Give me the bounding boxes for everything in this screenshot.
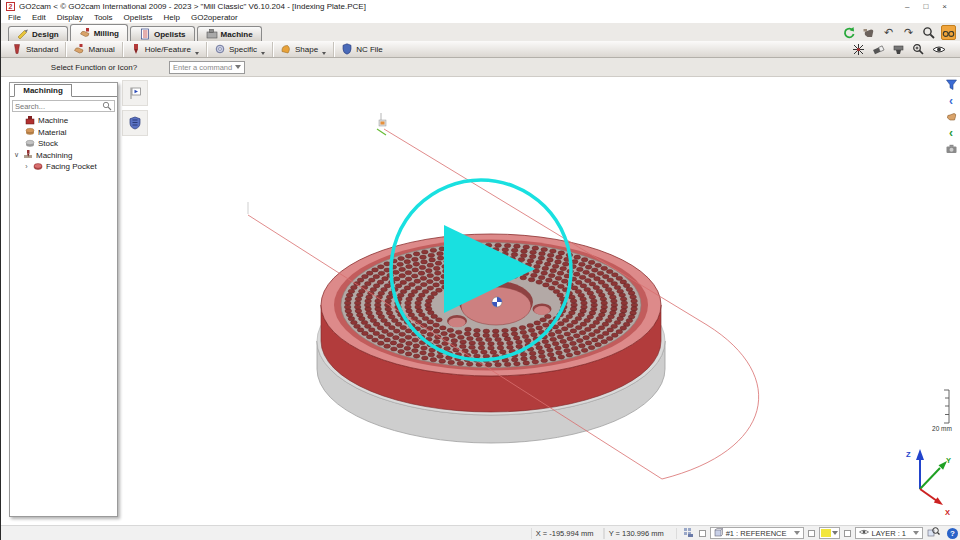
filter-funnel-icon[interactable] (943, 77, 959, 92)
zoom-layers-icon[interactable] (927, 526, 940, 540)
axis-triad: Z Y X (906, 449, 951, 517)
tree-item-material[interactable]: Material (10, 127, 117, 139)
menu-item-file[interactable]: File (8, 13, 21, 22)
eye-icon (859, 528, 869, 538)
tree-item-facing-pocket[interactable]: › Facing Pocket (10, 161, 117, 173)
manual-hand-icon (73, 43, 85, 55)
right-icon-strip: ‹ ‹ (943, 77, 959, 156)
axis-y-label: Y (946, 456, 951, 465)
brush-icon[interactable] (891, 42, 906, 57)
tab-machine[interactable]: Machine (197, 26, 262, 41)
reference-checkbox[interactable] (699, 530, 706, 537)
tab-opelists[interactable]: Opelists (130, 26, 195, 41)
menu-item-display[interactable]: Display (57, 13, 83, 22)
ribbon-hole-feature-button[interactable]: Hole/Feature (123, 42, 207, 57)
scale-ruler: 20 mm (932, 390, 952, 432)
tree-pocket-icon (33, 161, 43, 173)
go2cam-window: 2 GO2cam < © GO2cam International 2009 -… (0, 0, 960, 540)
glasses-icon[interactable] (941, 25, 956, 40)
menu-item-tools[interactable]: Tools (94, 13, 113, 22)
grab-hand-icon[interactable] (861, 25, 876, 40)
tree-stock-icon (25, 138, 35, 150)
expander-open-icon[interactable]: ∨ (13, 151, 20, 159)
axis-x-label: X (945, 508, 950, 517)
search-input[interactable] (15, 102, 95, 111)
list-icon (139, 28, 151, 40)
tree-machine-icon (25, 115, 35, 127)
deburr-icon[interactable] (851, 42, 866, 57)
layer-checkbox[interactable] (844, 530, 851, 537)
eraser-icon[interactable] (871, 42, 886, 57)
statusbar: X = -195.994 mm Y = 130.996 mm #1 : REFE… (1, 525, 960, 540)
machine-icon (206, 28, 218, 40)
ribbon-standard-button[interactable]: Standard (4, 42, 66, 57)
tree-item-machining[interactable]: ∨ Machining (10, 150, 117, 162)
menu-item-opelists[interactable]: Opelists (124, 13, 153, 22)
command-dropdown[interactable]: Enter a command (169, 61, 245, 74)
tree-item-stock[interactable]: Stock (10, 138, 117, 150)
view-toolbar-row1: ↶ ↷ (841, 25, 956, 40)
close-button[interactable]: × (942, 2, 947, 11)
center-origin-marker (492, 297, 502, 307)
expander-closed-icon[interactable]: › (23, 163, 30, 170)
reference-dropdown[interactable]: #1 : REFERENCE (710, 527, 804, 539)
help-button[interactable]: ? (947, 528, 958, 539)
color-checkbox[interactable] (808, 530, 815, 537)
zoom-in-icon[interactable] (911, 42, 926, 57)
search-icon (102, 97, 112, 115)
panel-tab-machining[interactable]: Machining (14, 84, 72, 97)
command-bar: Select Function or Icon? Enter a command (1, 58, 960, 77)
menu-item-edit[interactable]: Edit (32, 13, 46, 22)
nc-shield-button[interactable] (122, 110, 148, 136)
layer-dropdown[interactable]: LAYER : 1 (855, 527, 923, 539)
visibility-eye-icon[interactable] (931, 42, 946, 57)
flyout-indicator-icon (261, 52, 265, 55)
chevron-down-icon (832, 531, 838, 535)
ribbon-manual-button[interactable]: Manual (66, 42, 122, 57)
view-toolbar-row2 (851, 42, 946, 57)
tab-design[interactable]: Design (8, 26, 68, 41)
gear-icon (214, 43, 226, 55)
titlebar: 2 GO2cam < © GO2cam International 2009 -… (1, 0, 960, 12)
main-area: 20 mm Z Y X Machining Machine (1, 77, 960, 525)
hand-tool-icon[interactable] (943, 109, 959, 124)
flyout-indicator-icon (322, 52, 326, 55)
panel-side-buttons (122, 80, 148, 136)
machining-tree: Machine Material Stock ∨ Machining (10, 115, 117, 173)
collapse-blue-icon[interactable]: ‹ (943, 93, 959, 108)
chevron-down-icon (794, 531, 800, 535)
ribbon-shape-button[interactable]: Shape (273, 42, 334, 57)
grid-icon[interactable] (683, 527, 695, 540)
shield-icon (341, 43, 353, 55)
simulation-flag-button[interactable] (122, 80, 148, 106)
tab-strip: Design Milling Opelists Machine ↶ ↷ (1, 23, 960, 41)
restore-button[interactable]: □ (923, 2, 928, 11)
search-box[interactable] (12, 100, 115, 112)
y-coordinate-readout: Y = 130.996 mm (604, 528, 677, 539)
undo-icon[interactable]: ↶ (881, 25, 896, 40)
tree-material-icon (25, 126, 35, 138)
ribbon-specific-button[interactable]: Specific (207, 42, 273, 57)
menu-item-go2operator[interactable]: GO2operator (191, 13, 238, 22)
ribbon: Standard Manual Hole/Feature Specific Sh… (1, 41, 960, 58)
milling-hand-icon (79, 27, 91, 39)
viewport-3d[interactable]: 20 mm Z Y X (1, 77, 960, 525)
tree-item-machine[interactable]: Machine (10, 115, 117, 127)
menu-item-help[interactable]: Help (164, 13, 180, 22)
ribbon-nc-file-button[interactable]: NC File (334, 42, 390, 57)
collapse-green-icon[interactable]: ‹ (943, 125, 959, 140)
minimize-button[interactable]: – (905, 2, 909, 11)
zoom-icon[interactable] (921, 25, 936, 40)
pencil-icon (17, 28, 29, 40)
chevron-down-icon (913, 531, 919, 535)
camera-icon[interactable] (943, 141, 959, 156)
redo-icon[interactable]: ↷ (901, 25, 916, 40)
menubar: File Edit Display Tools Opelists Help GO… (1, 12, 960, 23)
refresh-icon[interactable] (841, 25, 856, 40)
toolpath-start-marker (377, 113, 386, 135)
command-prompt-label: Select Function or Icon? (29, 63, 159, 72)
tab-milling[interactable]: Milling (70, 24, 128, 41)
cube-icon (714, 528, 723, 539)
tree-machining-icon (23, 149, 33, 161)
color-swatch-dropdown[interactable] (819, 527, 840, 539)
